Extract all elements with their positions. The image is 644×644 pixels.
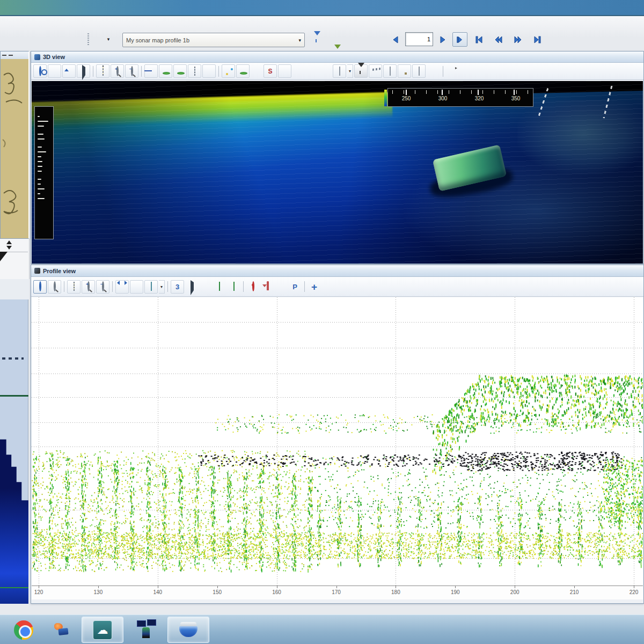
x-axis: 120130140150160170180190200210220 <box>32 586 643 599</box>
sphere-view-button[interactable] <box>202 64 216 78</box>
reject-undo-button[interactable] <box>261 280 274 294</box>
colormap-button[interactable] <box>333 64 346 78</box>
background-window-titlebar <box>0 0 644 16</box>
terrain-palette-button[interactable] <box>412 64 426 78</box>
rotate-model-button[interactable] <box>159 64 172 78</box>
profile-plot-area[interactable] <box>32 297 643 586</box>
filter-blue-button[interactable] <box>310 33 324 46</box>
x-tick-label: 160 <box>269 589 285 595</box>
zoom-in-icon: + <box>116 66 119 76</box>
pointer-button[interactable] <box>185 280 199 294</box>
grid-options-button[interactable] <box>144 280 158 294</box>
curve-tool-button[interactable] <box>473 64 487 78</box>
palette-canvas[interactable] <box>1 59 28 238</box>
skip-end-icon <box>533 34 541 45</box>
toolbar-drag-handle[interactable] <box>87 33 89 45</box>
range-scale-labels: 250300320350 <box>388 96 534 101</box>
nav-last-button[interactable] <box>530 32 545 47</box>
zoom-window-button[interactable] <box>48 280 61 294</box>
fit-lines-button[interactable] <box>130 280 143 294</box>
coverage-map-canvas[interactable] <box>0 299 28 604</box>
matrix-frame-button[interactable] <box>96 64 109 78</box>
taskbar-item-media-app[interactable] <box>167 617 209 643</box>
settings-cluster-button[interactable] <box>48 64 61 78</box>
taskbar-item-chrome[interactable] <box>11 617 36 643</box>
profile-title: Profile view <box>43 268 76 274</box>
profile-dropdown-toggle[interactable]: ▾ <box>104 33 113 45</box>
vertical-exaggeration-button[interactable] <box>62 64 76 78</box>
x-tick-mark <box>515 586 515 588</box>
x-tick-mark <box>574 586 575 588</box>
view3d-window: 3D view + − S ▾ <box>31 51 644 264</box>
view3d-window-icon <box>34 54 40 60</box>
zoom-extents-button[interactable] <box>33 280 47 294</box>
grid-dropdown[interactable]: ▾ <box>159 280 165 294</box>
view3d-canvas[interactable]: 250300320350 <box>32 81 643 264</box>
view3d-titlebar[interactable]: 3D view <box>31 52 643 63</box>
rotate-lights-button[interactable] <box>173 64 187 78</box>
nav-rewind-button[interactable] <box>491 32 506 47</box>
lighting-bulb-button[interactable] <box>398 64 411 78</box>
spin-down-icon[interactable] <box>6 246 12 250</box>
nav-counter-input[interactable] <box>405 32 433 46</box>
accept-table-button[interactable] <box>213 280 226 294</box>
nav-play-button[interactable] <box>452 32 467 47</box>
profile-red-button[interactable]: S <box>264 64 277 78</box>
hypack-icon <box>53 623 69 637</box>
zoom-out-icon: − <box>102 281 104 291</box>
x-tick-label: 220 <box>626 589 642 595</box>
hand-navigate-button[interactable] <box>278 64 291 78</box>
draw-pencil-button[interactable] <box>446 64 459 78</box>
select-cursor-button[interactable] <box>77 64 90 78</box>
fit-width-button[interactable] <box>115 280 129 294</box>
globe-view-button[interactable] <box>236 64 250 78</box>
zoom-in-button[interactable]: + <box>111 64 124 78</box>
profile-window: Profile view + − ▾ 3 P + 120130140150160… <box>31 265 644 604</box>
palette-window-titlebar[interactable] <box>1 52 28 59</box>
view3d-title: 3D view <box>43 54 65 60</box>
scatter-points-button[interactable] <box>318 64 332 78</box>
nav-forward-button[interactable] <box>510 32 525 47</box>
palette-controls <box>0 239 30 279</box>
fast-forward-icon <box>514 34 522 45</box>
colormap-dropdown[interactable]: ▾ <box>347 64 353 78</box>
profile-red-icon: S <box>268 68 272 75</box>
wave-surface-button[interactable] <box>369 64 382 78</box>
open-model-button[interactable] <box>33 64 47 78</box>
accept-table-icon <box>219 282 220 291</box>
plot-zoom-out-button[interactable]: − <box>96 280 109 294</box>
corner-resize-icon[interactable] <box>0 252 8 261</box>
skip-start-icon <box>475 34 484 45</box>
range-scale-label: 350 <box>511 96 521 101</box>
x-tick-mark <box>39 586 39 588</box>
hand-tool-button[interactable] <box>427 64 440 78</box>
x-tick-label: 140 <box>150 589 166 595</box>
pointer-icon <box>191 280 194 295</box>
profile-p-button[interactable]: P <box>288 280 302 294</box>
add-view-button[interactable]: + <box>308 280 321 294</box>
seafloor-texture <box>32 81 643 264</box>
view-3d-button[interactable]: 3 <box>171 280 184 294</box>
nav-first-button[interactable] <box>472 32 487 47</box>
taskbar-item-cloud-app[interactable]: ☁ <box>82 617 123 643</box>
nav-next-button[interactable] <box>435 32 450 47</box>
plot-zoom-in-button[interactable]: + <box>82 280 95 294</box>
select-area-button[interactable] <box>67 280 80 294</box>
profile-selector-combobox[interactable]: My sonar map profile 1b ▾ <box>122 33 305 47</box>
profile-plot-canvas[interactable] <box>32 297 643 586</box>
profile-titlebar[interactable]: Profile view <box>31 265 643 277</box>
nav-prev-button[interactable] <box>388 32 403 47</box>
filter-display-button[interactable] <box>354 64 368 78</box>
spin-up-icon[interactable] <box>6 240 12 244</box>
zoom-out-button[interactable]: − <box>125 64 138 78</box>
taskbar-item-hypack[interactable] <box>49 617 73 643</box>
axes-button[interactable] <box>144 64 158 78</box>
reject-target-button[interactable] <box>246 280 260 294</box>
terrain-colors-button[interactable] <box>383 64 397 78</box>
frame-capture-button[interactable] <box>188 64 201 78</box>
accept-table-all-button[interactable] <box>227 280 240 294</box>
open-model-icon <box>39 66 41 76</box>
taskbar-item-remote-desktop[interactable] <box>132 617 161 643</box>
measure-button[interactable] <box>222 64 235 78</box>
x-tick-mark <box>336 586 337 588</box>
